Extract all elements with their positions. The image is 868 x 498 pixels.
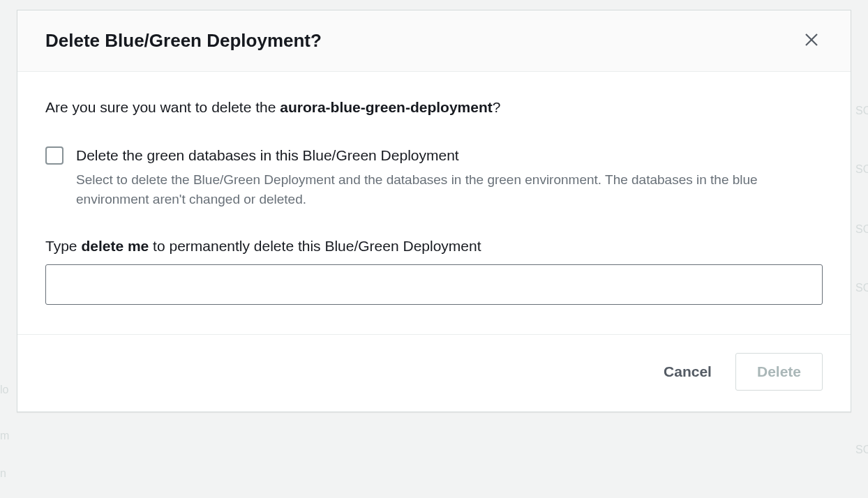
- delete-green-option: Delete the green databases in this Blue/…: [45, 145, 823, 209]
- cancel-button[interactable]: Cancel: [659, 356, 716, 387]
- close-button[interactable]: [800, 29, 823, 53]
- checkbox-description: Select to delete the Blue/Green Deployme…: [76, 170, 823, 210]
- modal-body: Are you sure you want to delete the auro…: [17, 72, 851, 335]
- confirm-input[interactable]: [45, 264, 823, 305]
- input-label-bold: delete me: [81, 238, 149, 254]
- modal-footer: Cancel Delete: [17, 335, 851, 412]
- confirm-input-group: Type delete me to permanently delete thi…: [45, 238, 823, 305]
- modal-title: Delete Blue/Green Deployment?: [45, 30, 322, 52]
- confirm-text: Are you sure you want to delete the auro…: [45, 97, 823, 117]
- checkbox-content: Delete the green databases in this Blue/…: [76, 145, 823, 209]
- confirm-suffix: ?: [493, 99, 501, 115]
- confirm-input-label: Type delete me to permanently delete thi…: [45, 238, 823, 255]
- close-icon: [803, 31, 820, 50]
- delete-deployment-modal: Delete Blue/Green Deployment? Are you su…: [17, 10, 851, 412]
- confirm-prefix: Are you sure you want to delete the: [45, 99, 280, 115]
- modal-header: Delete Blue/Green Deployment?: [17, 10, 851, 72]
- input-label-prefix: Type: [45, 238, 81, 254]
- input-label-suffix: to permanently delete this Blue/Green De…: [149, 238, 481, 254]
- delete-button[interactable]: Delete: [735, 353, 823, 391]
- checkbox-label: Delete the green databases in this Blue/…: [76, 145, 823, 165]
- deployment-name: aurora-blue-green-deployment: [280, 99, 493, 115]
- delete-green-checkbox[interactable]: [45, 146, 63, 165]
